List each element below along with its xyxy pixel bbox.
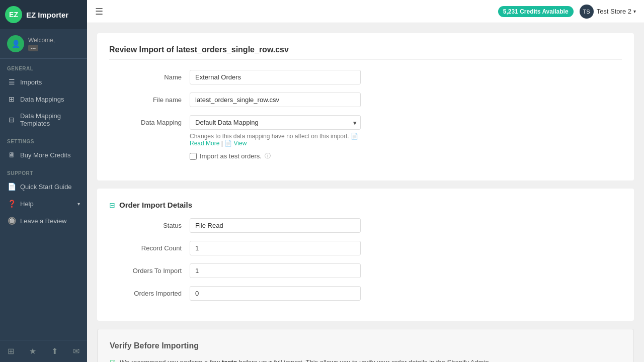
avatar: 👤 (7, 35, 24, 52)
read-more-link[interactable]: Read More (190, 140, 219, 147)
orders-imported-label: Orders Imported (109, 286, 190, 297)
general-section-label: GENERAL (0, 59, 87, 73)
data-mapping-field: Default Data Mapping ▾ Changes to this d… (190, 115, 361, 160)
sidebar-header: EZ EZ Importer (0, 0, 87, 29)
sidebar-item-help[interactable]: ❓ Help ▾ (0, 195, 87, 212)
orders-to-import-input (190, 263, 361, 278)
name-input[interactable] (190, 70, 361, 84)
data-mappings-icon: ⊞ (7, 95, 16, 103)
verify-title: Verify Before Importing (110, 341, 621, 350)
store-avatar: TS (580, 5, 594, 19)
leave-review-icon: 🔘 (7, 217, 16, 225)
file-name-row: File name (109, 93, 622, 107)
data-mapping-select-wrapper: Default Data Mapping ▾ (190, 115, 361, 130)
data-mapping-notes: Changes to this data mapping have no aff… (190, 133, 361, 147)
user-area: 👤 Welcome, --- (0, 29, 87, 59)
store-name: Test Store 2 (597, 8, 631, 15)
store-chevron-icon: ▾ (633, 9, 636, 14)
sidebar-item-buy-more-credits[interactable]: 🖥 Buy More Credits (0, 146, 87, 163)
orders-to-import-label: Orders To Import (109, 263, 190, 275)
status-row: Status (109, 218, 622, 233)
imports-icon: ☰ (7, 78, 16, 86)
view-icon: 📄 (224, 140, 232, 147)
app-name: EZ Importer (26, 11, 68, 19)
order-import-details-card: ⊟ Order Import Details Status Record Cou… (97, 189, 634, 321)
orders-to-import-field (190, 263, 361, 278)
support-section-label: SUPPORT (0, 163, 87, 178)
verify-check-1-icon: ☑ (110, 359, 116, 362)
name-label: Name (109, 70, 190, 81)
sidebar-item-quick-start-guide-label: Quick Start Guide (20, 183, 72, 191)
orders-to-import-row: Orders To Import (109, 263, 622, 278)
buy-more-credits-icon: 🖥 (7, 151, 16, 159)
view-link[interactable]: View (234, 140, 247, 147)
sidebar-item-help-label: Help (20, 200, 34, 208)
file-name-label: File name (109, 93, 190, 104)
credits-badge: 5,231 Credits Available (498, 6, 574, 17)
verify-item-1-text: We recommend you perform a few tests bef… (120, 358, 491, 362)
file-name-field (190, 93, 361, 107)
status-input (190, 218, 361, 233)
sidebar-item-quick-start-guide[interactable]: 📄 Quick Start Guide (0, 178, 87, 195)
orders-imported-input (190, 286, 361, 301)
sidebar-item-data-mappings[interactable]: ⊞ Data Mappings (0, 90, 87, 108)
settings-section-label: SETTINGS (0, 132, 87, 146)
sidebar-item-imports[interactable]: ☰ Imports (0, 73, 87, 90)
quick-start-guide-icon: 📄 (7, 183, 16, 191)
record-count-row: Record Count (109, 241, 622, 255)
data-mapping-row: Data Mapping Default Data Mapping ▾ Chan… (109, 115, 622, 160)
data-mapping-templates-icon: ⊟ (7, 116, 16, 124)
verify-section: Verify Before Importing ☑ We recommend y… (97, 329, 634, 362)
topbar-right: 5,231 Credits Available TS Test Store 2 … (498, 5, 636, 19)
sidebar-item-data-mapping-templates-label: Data Mapping Templates (20, 112, 80, 127)
upload-footer-icon[interactable]: ⬆ (47, 344, 62, 358)
help-chevron-icon: ▾ (77, 201, 80, 207)
file-name-input[interactable] (190, 93, 361, 107)
sidebar-item-data-mappings-label: Data Mappings (20, 96, 64, 103)
mail-footer-icon[interactable]: ✉ (69, 344, 84, 358)
main-area: ☰ 5,231 Credits Available TS Test Store … (87, 0, 644, 362)
order-import-details-title: Order Import Details (119, 201, 192, 209)
data-mapping-select[interactable]: Default Data Mapping (190, 115, 361, 130)
sidebar-item-leave-review-label: Leave a Review (20, 217, 67, 225)
sidebar: EZ EZ Importer 👤 Welcome, --- GENERAL ☰ … (0, 0, 87, 362)
read-more-icon: 📄 (351, 133, 358, 140)
orders-imported-row: Orders Imported (109, 286, 622, 301)
grid-footer-icon[interactable]: ⊞ (4, 344, 18, 358)
menu-icon[interactable]: ☰ (95, 6, 103, 17)
data-mapping-label: Data Mapping (109, 115, 190, 126)
user-badge: --- (28, 45, 38, 51)
topbar: ☰ 5,231 Credits Available TS Test Store … (87, 0, 644, 23)
import-test-checkbox[interactable] (190, 153, 197, 160)
verify-item-1: ☑ We recommend you perform a few tests b… (110, 358, 621, 362)
star-footer-icon[interactable]: ★ (25, 344, 40, 358)
import-test-row: Import as test orders. ⓘ (190, 152, 361, 160)
data-mapping-note-text: Changes to this data mapping have no aff… (190, 133, 349, 140)
name-field (190, 70, 361, 84)
status-label: Status (109, 218, 190, 229)
order-import-icon: ⊟ (109, 201, 115, 209)
status-field (190, 218, 361, 233)
record-count-label: Record Count (109, 241, 190, 252)
sidebar-item-buy-more-credits-label: Buy More Credits (20, 151, 70, 159)
info-icon: ⓘ (265, 152, 271, 160)
sidebar-item-imports-label: Imports (20, 78, 42, 86)
orders-imported-field (190, 286, 361, 301)
sidebar-item-leave-review[interactable]: 🔘 Leave a Review (0, 212, 87, 229)
help-icon: ❓ (7, 200, 16, 208)
app-logo: EZ (5, 6, 22, 23)
review-import-card: Review Import of latest_orders_single_ro… (97, 33, 634, 180)
page-content: Review Import of latest_orders_single_ro… (87, 23, 644, 362)
record-count-input (190, 241, 361, 255)
name-row: Name (109, 70, 622, 84)
store-selector[interactable]: TS Test Store 2 ▾ (580, 5, 636, 19)
welcome-text: Welcome, (28, 37, 55, 44)
page-title: Review Import of latest_orders_single_ro… (109, 45, 622, 60)
import-test-label: Import as test orders. (200, 152, 262, 160)
order-import-details-header: ⊟ Order Import Details (109, 201, 622, 209)
sidebar-item-data-mapping-templates[interactable]: ⊟ Data Mapping Templates (0, 108, 87, 132)
sidebar-footer: ⊞ ★ ⬆ ✉ (0, 340, 87, 362)
record-count-field (190, 241, 361, 255)
